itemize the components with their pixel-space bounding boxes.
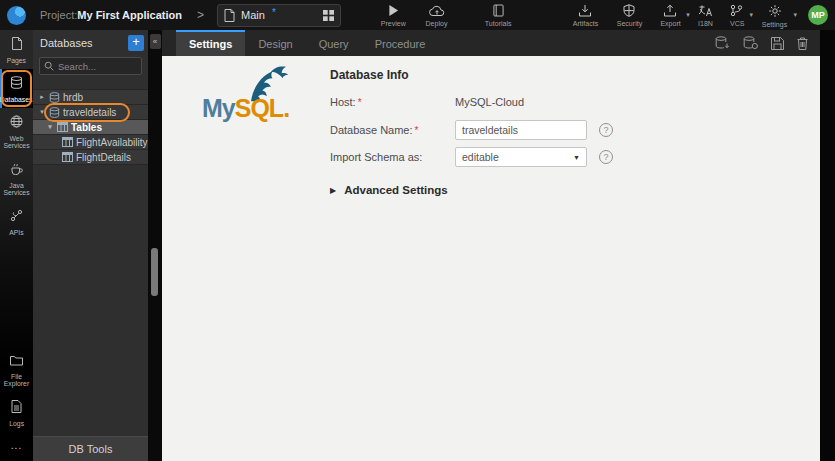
required-mark: * bbox=[358, 97, 362, 108]
book-icon bbox=[493, 4, 504, 17]
deploy-button[interactable]: Deploy bbox=[424, 4, 449, 28]
sidebar-label: Logs bbox=[9, 421, 24, 428]
panel-title: Databases bbox=[40, 37, 128, 49]
artifacts-download-icon bbox=[578, 4, 592, 17]
tab-design[interactable]: Design bbox=[245, 30, 305, 56]
collapse-panel-button[interactable]: « bbox=[150, 34, 161, 49]
tree-item-hrdb[interactable]: ▸ hrdb bbox=[33, 90, 148, 105]
tab-settings[interactable]: Settings bbox=[176, 30, 245, 56]
globe-icon bbox=[10, 114, 23, 132]
branch-icon bbox=[730, 4, 743, 17]
vcs-button[interactable]: VCS ▾ bbox=[729, 4, 745, 29]
page-tab-main[interactable]: Main * bbox=[217, 4, 341, 27]
sidebar-item-apis[interactable]: APIs bbox=[0, 202, 33, 241]
databases-panel-header: Databases + bbox=[33, 30, 148, 55]
artifacts-label: Artifacts bbox=[573, 20, 598, 28]
artifacts-button[interactable]: Artifacts bbox=[571, 4, 600, 29]
database-icon bbox=[49, 92, 60, 103]
project-label: Project: bbox=[40, 9, 77, 21]
user-avatar[interactable]: MP bbox=[808, 5, 828, 25]
database-name-input[interactable] bbox=[455, 120, 587, 140]
database-tree: ▸ hrdb ▾ traveldetails ▾ Tables FlightAv… bbox=[33, 89, 148, 165]
collapse-icon[interactable]: ▾ bbox=[38, 108, 46, 116]
deploy-label: Deploy bbox=[426, 20, 448, 28]
help-icon[interactable]: ? bbox=[599, 150, 613, 164]
advanced-settings-toggle[interactable]: ▶ Advanced Settings bbox=[330, 184, 800, 196]
expand-right-icon: ▶ bbox=[330, 186, 336, 195]
sidebar-label: APIs bbox=[9, 230, 23, 237]
add-database-button[interactable]: + bbox=[128, 35, 144, 51]
activity-sidebar: Pages Databases Web Services Java Servic… bbox=[0, 30, 33, 461]
scrollbar-thumb[interactable] bbox=[151, 248, 158, 296]
import-schema-select[interactable]: editable ▼ bbox=[455, 147, 587, 167]
collapse-icon[interactable]: ▾ bbox=[46, 123, 54, 131]
import-schema-row: Import Schema as: editable ▼ ? bbox=[330, 147, 800, 167]
panel-splitter-strip: « bbox=[148, 30, 162, 461]
advanced-settings-label: Advanced Settings bbox=[344, 184, 448, 196]
page-tab-label: Main bbox=[241, 9, 265, 21]
help-icon[interactable]: ? bbox=[599, 123, 613, 137]
app-window: Project:My First Application > Main * Pr… bbox=[0, 0, 835, 461]
export-up-icon bbox=[663, 4, 677, 17]
save-icon[interactable] bbox=[771, 37, 784, 50]
security-label: Security bbox=[616, 20, 641, 28]
tutorials-button[interactable]: Tutorials bbox=[483, 4, 513, 28]
chevron-down-icon: ▾ bbox=[793, 11, 797, 19]
header-tool-actions: Artifacts Security Export ▾ I18N VCS ▾ bbox=[571, 4, 789, 29]
host-row: Host:* MySQL-Cloud bbox=[330, 96, 800, 108]
db-tools-button[interactable]: DB Tools bbox=[33, 436, 148, 461]
search-input[interactable] bbox=[58, 61, 137, 72]
wavemaker-logo-icon[interactable] bbox=[7, 6, 26, 25]
database-name-row: Database Name:* ? bbox=[330, 120, 800, 140]
sidebar-item-web-services[interactable]: Web Services bbox=[0, 108, 33, 155]
i18n-button[interactable]: I18N bbox=[697, 4, 714, 29]
databases-panel: Databases + ▸ hrdb ▾ traveldetails ▾ Tab bbox=[33, 30, 148, 461]
preview-label: Preview bbox=[381, 20, 406, 28]
logs-icon bbox=[11, 399, 22, 417]
database-icon bbox=[49, 107, 60, 118]
vcs-label: VCS bbox=[730, 20, 744, 28]
top-header: Project:My First Application > Main * Pr… bbox=[0, 0, 835, 30]
database-info-form: Database Info Host:* MySQL-Cloud Databas… bbox=[330, 62, 800, 196]
sidebar-bottom-group: File Explorer Logs ... bbox=[0, 346, 33, 461]
right-edge-strip bbox=[820, 30, 835, 461]
tree-label: FlightDetails bbox=[76, 152, 131, 163]
delete-icon[interactable] bbox=[797, 37, 808, 50]
app-logo-wrap bbox=[0, 6, 33, 25]
more-button[interactable]: ... bbox=[0, 432, 33, 461]
folder-icon bbox=[10, 352, 23, 370]
db-import-icon[interactable] bbox=[715, 36, 730, 50]
export-button[interactable]: Export ▾ bbox=[659, 4, 682, 29]
required-mark: * bbox=[415, 125, 419, 136]
sidebar-item-java-services[interactable]: Java Services bbox=[0, 155, 33, 202]
preview-button[interactable]: Preview bbox=[379, 4, 407, 28]
tab-query[interactable]: Query bbox=[306, 30, 362, 56]
sidebar-item-databases[interactable]: Databases bbox=[0, 69, 33, 108]
header-run-actions: Preview Deploy bbox=[379, 4, 449, 28]
tree-item-traveldetails[interactable]: ▾ traveldetails bbox=[33, 105, 148, 120]
header-help-actions: Tutorials bbox=[483, 4, 513, 28]
sidebar-item-pages[interactable]: Pages bbox=[0, 30, 33, 69]
unsaved-indicator: * bbox=[272, 7, 276, 18]
grid-icon[interactable] bbox=[323, 10, 334, 21]
import-schema-label: Import Schema as: bbox=[330, 151, 455, 163]
tree-item-flightavailability[interactable]: FlightAvailability bbox=[33, 135, 148, 150]
tree-label: Tables bbox=[71, 122, 102, 133]
sidebar-label: File Explorer bbox=[2, 374, 30, 388]
breadcrumb: Project:My First Application bbox=[40, 9, 182, 21]
db-reimport-icon[interactable] bbox=[743, 36, 758, 50]
tutorials-label: Tutorials bbox=[485, 20, 512, 28]
sidebar-item-file-explorer[interactable]: File Explorer bbox=[0, 346, 33, 393]
chevron-down-icon: ▾ bbox=[750, 11, 754, 19]
settings-pane: MySQL. Database Info Host:* MySQL-Cloud … bbox=[162, 56, 820, 461]
sidebar-item-logs[interactable]: Logs bbox=[0, 393, 33, 432]
settings-label: Settings bbox=[762, 21, 787, 29]
settings-button[interactable]: Settings ▾ bbox=[760, 4, 789, 29]
tree-item-flightdetails[interactable]: FlightDetails bbox=[33, 150, 148, 165]
expand-icon[interactable]: ▸ bbox=[38, 93, 46, 101]
host-value: MySQL-Cloud bbox=[455, 96, 524, 108]
tab-procedure[interactable]: Procedure bbox=[362, 30, 439, 56]
tree-item-tables[interactable]: ▾ Tables bbox=[33, 120, 148, 135]
security-button[interactable]: Security bbox=[615, 4, 644, 29]
coffee-icon bbox=[10, 161, 23, 179]
